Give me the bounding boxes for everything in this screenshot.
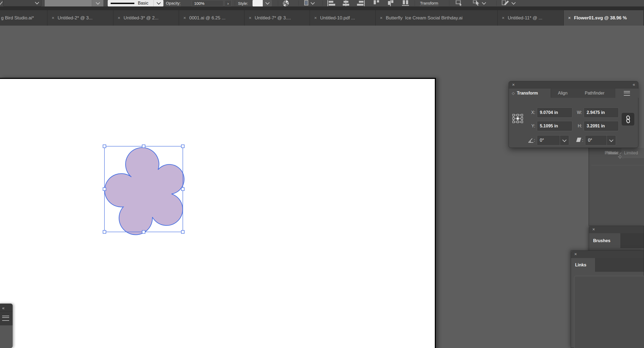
- tab-transform[interactable]: ◇ Transform: [509, 89, 551, 98]
- select-similar-icon[interactable]: [473, 0, 485, 6]
- document-tab-label: Untitled-2* @ 3...: [58, 15, 93, 21]
- shear-colon: :: [582, 135, 583, 145]
- image-trace-row: Palette: Limited: [589, 148, 644, 158]
- collapse-panel-icon[interactable]: «: [2, 306, 4, 311]
- rotate-angle-icon: [528, 137, 534, 145]
- y-label: Y:: [529, 121, 535, 131]
- document-tab-bar: × g Bird Studio.ai* × Untitled-2* @ 3...…: [0, 6, 644, 26]
- trace-row-label: Palette:: [589, 151, 619, 155]
- transform-panel: × « ◇ Transform Align Pathfinder: [509, 81, 638, 148]
- panel-diamond-icon: ◇: [512, 91, 515, 95]
- tool-slash-icon: [0, 0, 3, 6]
- reference-point-locator[interactable]: [512, 114, 523, 124]
- close-icon[interactable]: ×: [314, 16, 317, 20]
- close-icon[interactable]: ×: [249, 16, 251, 20]
- shear-angle-icon: [575, 137, 582, 144]
- tab-brushes[interactable]: Brushes: [589, 233, 620, 248]
- y-field[interactable]: 5.1095 in: [537, 121, 572, 131]
- collapsed-side-panel: «: [0, 304, 13, 348]
- style-swatch[interactable]: [253, 0, 263, 6]
- distribute-bottom-icon[interactable]: [401, 0, 410, 6]
- shear-dropdown-chevron[interactable]: [607, 135, 616, 145]
- rotate-colon: :: [534, 135, 535, 145]
- style-chevron[interactable]: [263, 0, 272, 6]
- close-icon[interactable]: ×: [512, 82, 515, 87]
- document-setup-icon[interactable]: [304, 0, 314, 6]
- x-label: X:: [529, 107, 535, 118]
- rotate-field[interactable]: 0°: [537, 135, 569, 145]
- distribute-center-icon[interactable]: [386, 0, 395, 6]
- panel-menu-icon[interactable]: [615, 89, 639, 98]
- canvas-area[interactable]: [0, 26, 644, 348]
- align-left-icon[interactable]: [327, 0, 337, 6]
- x-field[interactable]: 9.0704 in: [537, 107, 572, 118]
- document-tab[interactable]: × Untitled-3* @ 2...: [113, 10, 179, 26]
- constrain-proportions-link-icon[interactable]: [622, 113, 634, 126]
- w-label: W:: [575, 107, 582, 118]
- links-list-area[interactable]: [574, 276, 644, 348]
- close-icon[interactable]: ×: [574, 252, 577, 256]
- brush-definition-value: Basic: [138, 1, 148, 6]
- document-tab[interactable]: × Butterfly Ice Cream Social Birthday.ai: [376, 10, 498, 26]
- document-tab-label: g Bird Studio.ai*: [1, 15, 34, 21]
- document-tab[interactable]: × Untitled-10.pdf ...: [310, 10, 376, 26]
- opacity-field[interactable]: 100%: [192, 0, 223, 6]
- document-tab-label: Untitled-11* @ ...: [508, 15, 542, 21]
- document-tabs: × g Bird Studio.ai* × Untitled-2* @ 3...…: [0, 10, 644, 26]
- h-label: H:: [575, 121, 582, 131]
- collapsed-panel-body[interactable]: [0, 325, 13, 348]
- swatch-dropdown[interactable]: [45, 0, 103, 6]
- style-label: Style:: [238, 0, 248, 6]
- control-bar: Basic Opacity: 100% › Style:: [0, 0, 644, 7]
- collapse-panel-icon[interactable]: «: [633, 82, 635, 87]
- document-tab-label: Untitled-10.pdf ...: [320, 15, 355, 21]
- edit-document-icon[interactable]: [501, 0, 515, 6]
- align-right-icon[interactable]: [355, 0, 366, 6]
- align-horizontal-center-icon[interactable]: [341, 0, 351, 6]
- document-tab-label: Untitled-3* @ 2...: [124, 15, 159, 21]
- tab-align[interactable]: Align: [551, 89, 574, 98]
- document-tab[interactable]: × Untitled-2* @ 3...: [47, 10, 113, 26]
- rotate-dropdown-chevron[interactable]: [560, 135, 569, 145]
- close-icon[interactable]: ×: [380, 16, 383, 20]
- close-icon[interactable]: ×: [183, 16, 186, 20]
- transform-link[interactable]: Transform: [420, 0, 438, 6]
- panel-menu-icon[interactable]: [2, 316, 9, 321]
- shear-field[interactable]: 0°: [585, 135, 616, 145]
- close-icon[interactable]: ×: [502, 16, 505, 20]
- opacity-stepper-button[interactable]: ›: [225, 0, 232, 6]
- close-icon[interactable]: ×: [118, 16, 120, 20]
- image-trace-panel: Preset: [Default View: Tracing Mode: Bla…: [589, 148, 644, 226]
- stroke-preview: [111, 3, 134, 4]
- document-tab-label: 0001.ai @ 6.25 ...: [189, 15, 225, 21]
- w-field[interactable]: 2.9475 in: [584, 107, 619, 118]
- document-tab-label: Flower01.svg @ 38.96 %: [574, 15, 627, 21]
- h-field[interactable]: 3.2091 in: [584, 121, 619, 131]
- stroke-weight-dropdown[interactable]: [3, 0, 41, 6]
- illustrator-window: Basic Opacity: 100% › Style:: [0, 0, 644, 348]
- close-icon[interactable]: ×: [592, 227, 595, 232]
- tab-pathfinder[interactable]: Pathfinder: [575, 89, 615, 98]
- brush-definition-dropdown[interactable]: Basic: [108, 0, 163, 6]
- document-tab[interactable]: × Untitled-7* @ 3....: [244, 10, 310, 26]
- close-icon[interactable]: ×: [52, 16, 54, 20]
- swatch-chevron[interactable]: [92, 0, 103, 6]
- close-icon[interactable]: ×: [568, 16, 571, 20]
- document-tab[interactable]: × Untitled-11* @ ...: [498, 10, 564, 26]
- tab-links[interactable]: Links: [571, 258, 595, 272]
- recolor-artwork-icon[interactable]: [282, 0, 289, 6]
- document-tab[interactable]: × 0001.ai @ 6.25 ...: [179, 10, 244, 26]
- document-tab-label: Butterfly Ice Cream Social Birthday.ai: [386, 15, 463, 21]
- brushes-panel: × Brushes: [589, 226, 644, 251]
- document-tab[interactable]: × g Bird Studio.ai*: [0, 10, 47, 26]
- document-tab[interactable]: × Flower01.svg @ 38.96 %: [564, 10, 644, 26]
- links-panel: × Links: [571, 250, 644, 348]
- vertical-align-top-icon[interactable]: [372, 0, 381, 6]
- opacity-label[interactable]: Opacity:: [166, 0, 181, 6]
- document-tab-label: Untitled-7* @ 3....: [255, 15, 291, 21]
- trace-row-dropdown: Limited: [621, 148, 644, 158]
- artboard-tool-icon[interactable]: [454, 0, 463, 6]
- artboard[interactable]: [0, 78, 436, 348]
